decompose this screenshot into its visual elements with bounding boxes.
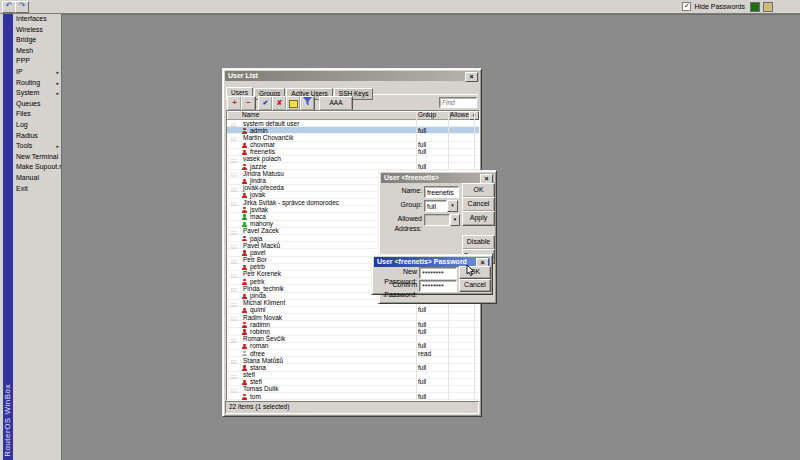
apply-button[interactable]: Apply	[462, 211, 495, 226]
remove-user-button[interactable]: −	[241, 96, 256, 111]
table-header: Name/ Group Allowed Addr... ▾	[227, 111, 479, 120]
user-list-title: User List	[228, 72, 258, 79]
cancel-button[interactable]: Cancel	[459, 279, 491, 292]
table-row[interactable]: tomfull	[227, 393, 479, 400]
sidebar-menu: InterfacesWirelessBridgeMeshPPPIP▸Routin…	[13, 14, 61, 460]
user-group: read	[418, 351, 431, 358]
ok-button[interactable]: OK	[462, 183, 495, 198]
user-icon	[242, 380, 247, 385]
user-icon	[242, 164, 247, 169]
filter-icon	[303, 97, 312, 106]
user-name: tom	[250, 394, 261, 401]
chevron-right-icon: ▸	[56, 67, 59, 78]
sidebar-item-label: IP	[16, 68, 23, 75]
chevron-right-icon: ▸	[56, 88, 59, 99]
group-field-box	[424, 200, 447, 212]
enable-button[interactable]: ✔	[258, 96, 273, 111]
sidebar-item-make-supout-rif[interactable]: Make Supout.rif	[13, 162, 61, 173]
user-icon	[242, 265, 247, 270]
user-group: full	[418, 149, 426, 156]
confirm-password-field[interactable]	[420, 281, 460, 291]
traffic-icon	[763, 2, 773, 12]
table-row[interactable]: stanafull	[227, 364, 479, 371]
password-dialog: User <freenetis> Password × New Password…	[371, 254, 493, 295]
allowed-address-dropdown-button[interactable]: ▾	[450, 214, 460, 226]
user-dialog-titlebar[interactable]: User <freenetis> ×	[381, 173, 494, 183]
sidebar-item-label: Manual	[16, 174, 39, 181]
sidebar-item-ip[interactable]: IP▸	[13, 67, 61, 78]
user-icon	[242, 193, 247, 198]
user-list-titlebar[interactable]: User List ×	[225, 71, 479, 81]
name-label: Name:	[379, 186, 422, 196]
sidebar-item-files[interactable]: Files	[13, 109, 61, 120]
sidebar-item-label: Routing	[16, 79, 40, 86]
user-group: full	[418, 307, 426, 314]
sidebar-item-mesh[interactable]: Mesh	[13, 46, 61, 57]
user-icon	[242, 394, 247, 399]
user-icon	[242, 179, 247, 184]
undo-button[interactable]: ↶	[2, 1, 16, 13]
winbox-app: ↶ ↷ ✓ Hide Passwords RouterOS WinBox Int…	[0, 0, 800, 460]
find-input[interactable]	[440, 98, 480, 107]
sidebar-item-exit[interactable]: Exit	[13, 184, 61, 195]
password-dialog-title: User <freenetis> Password	[377, 258, 467, 265]
connection-status-icon	[750, 2, 760, 12]
disable-button[interactable]: Disable	[462, 235, 495, 250]
sidebar-item-log[interactable]: Log	[13, 120, 61, 131]
add-user-button[interactable]: +	[227, 96, 242, 111]
sidebar-item-wireless[interactable]: Wireless	[13, 25, 61, 36]
user-icon	[242, 143, 247, 148]
sidebar-item-label: Log	[16, 121, 28, 128]
sidebar-item-manual[interactable]: Manual	[13, 173, 61, 184]
user-icon	[242, 150, 247, 155]
sidebar-item-label: Queues	[16, 100, 41, 107]
top-toolbar: ↶ ↷ ✓ Hide Passwords	[0, 0, 800, 14]
allowed-address-field[interactable]	[424, 214, 450, 226]
user-group: full	[418, 379, 426, 386]
comment-button[interactable]	[286, 96, 301, 111]
sidebar-item-system[interactable]: System▸	[13, 88, 61, 99]
sidebar-item-routing[interactable]: Routing▸	[13, 78, 61, 89]
sidebar-item-ppp[interactable]: PPP	[13, 56, 61, 67]
sidebar-item-interfaces[interactable]: Interfaces	[13, 14, 61, 25]
group-label: Group:	[379, 200, 422, 210]
sidebar-item-radius[interactable]: Radius	[13, 131, 61, 142]
cancel-button[interactable]: Cancel	[462, 197, 495, 212]
user-group: full	[418, 128, 426, 135]
sidebar-item-tools[interactable]: Tools▸	[13, 141, 61, 152]
group-dropdown-button[interactable]: ▾	[447, 200, 458, 212]
aaa-button[interactable]: AAA	[319, 96, 353, 111]
user-list-tabs: UsersGroupsActive UsersSSH Keys	[226, 82, 478, 95]
user-icon	[242, 128, 247, 133]
column-header-group[interactable]: Group	[416, 111, 451, 119]
status-bar: 22 items (1 selected)	[225, 401, 479, 414]
user-icon	[242, 308, 247, 313]
table-row[interactable]: quimifull	[227, 307, 479, 314]
user-icon	[242, 236, 247, 241]
redo-icon: ↷	[19, 1, 26, 10]
close-icon[interactable]: ×	[465, 72, 478, 82]
find-box	[439, 97, 477, 108]
name-field[interactable]	[425, 187, 462, 197]
column-header-name[interactable]: Name/	[227, 111, 432, 119]
brand-vertical-text: RouterOS WinBox	[3, 384, 12, 457]
comment-text: Pavel Zacek	[243, 228, 279, 235]
table-row[interactable]: romanfull	[227, 343, 479, 350]
new-password-field[interactable]	[420, 268, 460, 278]
sidebar-item-queues[interactable]: Queues	[13, 99, 61, 110]
filter-button[interactable]	[300, 96, 315, 111]
sidebar-item-new-terminal[interactable]: New Terminal	[13, 152, 61, 163]
sidebar-item-label: New Terminal	[16, 153, 58, 160]
comment-text: Petr Korenek	[243, 271, 281, 278]
user-dialog-title: User <freenetis>	[384, 174, 439, 181]
redo-button[interactable]: ↷	[15, 1, 29, 13]
column-menu-button[interactable]: ▾	[469, 111, 479, 120]
ok-button[interactable]: OK	[459, 266, 491, 279]
disable-button[interactable]: ✘	[272, 96, 287, 111]
checkbox-icon[interactable]: ✓	[682, 2, 691, 11]
user-group: full	[418, 365, 426, 372]
hide-passwords-toggle[interactable]: ✓ Hide Passwords	[682, 2, 745, 11]
comment-row[interactable]: ;;;stefi	[227, 372, 479, 379]
sidebar-item-bridge[interactable]: Bridge	[13, 35, 61, 46]
comment-row[interactable]: ;;;Tomas Dulik	[227, 386, 479, 393]
